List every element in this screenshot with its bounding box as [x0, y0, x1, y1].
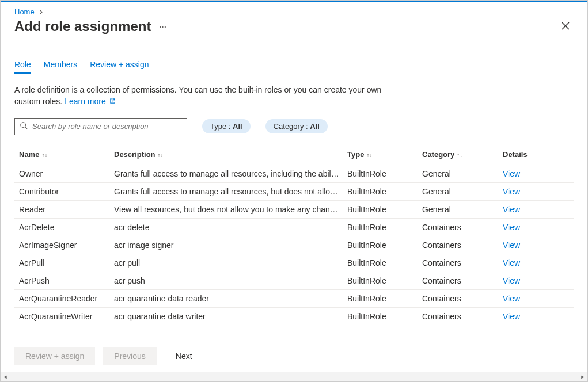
breadcrumb-home[interactable]: Home [14, 7, 35, 16]
table-row[interactable]: AcrQuarantineWriteracr quarantine data w… [14, 307, 574, 325]
external-link-icon [108, 97, 116, 106]
tab-review-assign[interactable]: Review + assign [90, 56, 149, 74]
table-row[interactable]: OwnerGrants full access to manage all re… [14, 165, 574, 182]
column-header-name[interactable]: Name↑↓ [19, 150, 114, 159]
cell-name: AcrDelete [19, 223, 114, 232]
sort-icon: ↑↓ [158, 152, 164, 158]
close-button[interactable] [560, 21, 571, 32]
cell-category: Containers [422, 312, 503, 321]
next-button[interactable]: Next [165, 347, 203, 365]
cell-name: AcrPull [19, 258, 114, 268]
title-row: Add role assignment ⋯ [1, 18, 587, 43]
scroll-left-arrow-icon[interactable]: ◄ [1, 372, 10, 381]
column-header-name-label: Name [19, 150, 39, 159]
table-row[interactable]: AcrQuarantineReaderacr quarantine data r… [14, 289, 574, 307]
category-filter-value: All [310, 122, 320, 131]
scroll-spacer [14, 325, 574, 340]
search-icon [20, 121, 31, 131]
cell-type: BuiltInRole [347, 187, 422, 196]
tabs: Role Members Review + assign [14, 56, 574, 74]
table-row[interactable]: AcrPushacr pushBuiltInRoleContainersView [14, 272, 574, 289]
cell-type: BuiltInRole [347, 240, 422, 250]
cell-description: acr delete [114, 223, 347, 232]
cell-name: Owner [19, 169, 114, 178]
category-filter-pill[interactable]: Category : All [265, 119, 328, 133]
cell-category: Containers [422, 258, 503, 268]
cell-category: Containers [422, 294, 503, 303]
column-header-category[interactable]: Category↑↓ [422, 150, 503, 159]
wizard-footer: Review + assign Previous Next [1, 340, 587, 372]
view-link[interactable]: View [503, 205, 520, 214]
review-assign-button[interactable]: Review + assign [14, 347, 95, 365]
cell-description: acr image signer [114, 240, 347, 250]
view-link[interactable]: View [503, 169, 520, 178]
column-header-type[interactable]: Type↑↓ [347, 150, 422, 159]
view-link[interactable]: View [503, 294, 520, 303]
previous-button[interactable]: Previous [103, 347, 156, 365]
column-header-details: Details [503, 150, 549, 159]
cell-type: BuiltInRole [347, 205, 422, 214]
table-row[interactable]: AcrImageSigneracr image signerBuiltInRol… [14, 236, 574, 254]
cell-type: BuiltInRole [347, 294, 422, 303]
scroll-right-arrow-icon[interactable]: ► [578, 372, 587, 381]
search-input[interactable] [31, 121, 182, 131]
tab-role[interactable]: Role [14, 56, 31, 74]
view-link[interactable]: View [503, 312, 520, 321]
svg-point-0 [21, 123, 26, 128]
view-link[interactable]: View [503, 187, 520, 196]
cell-category: Containers [422, 240, 503, 250]
cell-category: General [422, 187, 503, 196]
view-link[interactable]: View [503, 223, 520, 232]
cell-name: AcrQuarantineWriter [19, 312, 114, 321]
cell-category: Containers [422, 276, 503, 285]
sort-icon: ↑↓ [457, 152, 462, 158]
cell-type: BuiltInRole [347, 223, 422, 232]
roles-table: Name↑↓ Description↑↓ Type↑↓ Category↑↓ D… [14, 144, 574, 325]
role-search-box[interactable] [14, 118, 187, 135]
cell-description: acr pull [114, 258, 347, 268]
chevron-right-icon [39, 7, 43, 16]
column-header-details-label: Details [503, 150, 528, 159]
view-link[interactable]: View [503, 240, 520, 250]
cell-name: AcrPush [19, 276, 114, 285]
cell-description: Grants full access to manage all resourc… [114, 169, 347, 178]
cell-type: BuiltInRole [347, 312, 422, 321]
sort-icon: ↑↓ [366, 152, 372, 158]
table-row[interactable]: ContributorGrants full access to manage … [14, 182, 574, 200]
cell-category: General [422, 169, 503, 178]
cell-description: acr quarantine data reader [114, 294, 347, 303]
page-title: Add role assignment [14, 18, 151, 35]
type-filter-label: Type : [210, 122, 233, 131]
column-header-category-label: Category [422, 150, 454, 159]
learn-more-link[interactable]: Learn more [65, 97, 115, 106]
type-filter-pill[interactable]: Type : All [202, 119, 251, 133]
column-header-description-label: Description [114, 150, 155, 159]
view-link[interactable]: View [503, 276, 520, 285]
cell-type: BuiltInRole [347, 258, 422, 268]
horizontal-scrollbar[interactable]: ◄ ► [1, 372, 587, 381]
tab-members[interactable]: Members [44, 56, 77, 74]
cell-type: BuiltInRole [347, 276, 422, 285]
cell-name: Reader [19, 205, 114, 214]
type-filter-value: All [233, 122, 242, 131]
table-row[interactable]: AcrPullacr pullBuiltInRoleContainersView [14, 254, 574, 272]
content-scroll-area[interactable]: Role Members Review + assign A role defi… [1, 43, 587, 340]
close-icon [562, 22, 570, 32]
breadcrumb: Home [1, 2, 587, 18]
cell-description: Grants full access to manage all resourc… [114, 187, 347, 196]
sort-icon: ↑↓ [41, 152, 47, 158]
description-text: A role definition is a collection of per… [14, 84, 383, 108]
filter-row: Type : All Category : All [14, 118, 574, 135]
cell-description: View all resources, but does not allow y… [114, 205, 347, 214]
learn-more-label: Learn more [65, 97, 106, 106]
column-header-type-label: Type [347, 150, 364, 159]
cell-category: General [422, 205, 503, 214]
cell-name: Contributor [19, 187, 114, 196]
table-row[interactable]: AcrDeleteacr deleteBuiltInRoleContainers… [14, 218, 574, 236]
category-filter-label: Category : [274, 122, 310, 131]
cell-type: BuiltInRole [347, 169, 422, 178]
view-link[interactable]: View [503, 258, 520, 268]
more-actions-button[interactable]: ⋯ [159, 22, 167, 31]
column-header-description[interactable]: Description↑↓ [114, 150, 347, 159]
table-row[interactable]: ReaderView all resources, but does not a… [14, 200, 574, 218]
